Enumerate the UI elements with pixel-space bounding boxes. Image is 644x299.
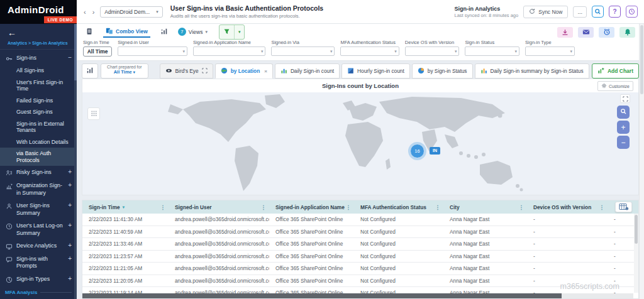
page-scrollbar-thumb[interactable] [640, 25, 643, 94]
sidebar-item-risky-sign-ins[interactable]: Risky Sign-ins+ [0, 166, 77, 179]
table-row[interactable]: 2/22/2023 11:23:57 AMandrea.powell@o365d… [82, 251, 638, 263]
sidebar-item-sign-ins[interactable]: Sign-ins− [0, 52, 77, 65]
expand-toggle-icon[interactable]: + [68, 182, 72, 188]
table-row[interactable]: 2/22/2023 11:41:30 AMandrea.powell@o365d… [82, 214, 638, 226]
map-zoom-in-button[interactable]: + [617, 121, 630, 134]
expand-toggle-icon[interactable]: + [68, 169, 72, 175]
filter-select[interactable]: ▾ [405, 46, 460, 56]
report-selector[interactable]: AdminDroid Dem... ▾ [100, 6, 162, 18]
chart-list-button[interactable] [82, 63, 98, 79]
sidebar-item-via-basic-auth-protocols[interactable]: via Basic Auth Protocols [0, 148, 77, 166]
filter-select[interactable]: ▾ [271, 46, 335, 56]
chart-prepared-selector[interactable]: Chart prepared for All Time ▾ [101, 63, 148, 79]
sidebar-item-organization-sign-in-summary[interactable]: Organization Sign-in Summary+ [0, 179, 77, 199]
add-chart-button[interactable]: Add Chart [592, 63, 639, 79]
sidebar-item-user-s-last-log-on-summary[interactable]: User's Last Log-on Summary+ [0, 219, 77, 239]
expand-toggle-icon[interactable]: + [68, 276, 72, 282]
expand-toggle-icon[interactable]: + [68, 222, 72, 229]
filter-select[interactable]: ▾ [525, 46, 575, 56]
chart-tab-bird-s-eye[interactable]: Bird's Eye [160, 63, 213, 79]
funnel-icon [223, 26, 230, 38]
views-dropdown[interactable]: 7 Views ▾ [178, 28, 208, 36]
sidebar-item-failed-sign-ins[interactable]: Failed Sign-ins [0, 95, 77, 107]
column-header-signed-in-application-name[interactable]: Signed-in Application Name⋮ [269, 200, 354, 214]
expand-toggle-icon[interactable]: + [68, 256, 72, 262]
back-button[interactable]: ← [0, 24, 77, 39]
customize-button[interactable]: Customize [597, 81, 633, 91]
table-horizontal-scrollbar[interactable] [82, 293, 633, 298]
sidebar-item-sign-ins-with-prompts[interactable]: Sign-ins with Prompts+ [0, 253, 77, 273]
world-map[interactable]: 16 IN + − [82, 92, 638, 195]
map-zoom-out-button[interactable]: − [617, 136, 630, 149]
help-button[interactable]: ? [609, 6, 621, 18]
filter-select[interactable]: ▾ [465, 46, 519, 56]
filter-select[interactable]: ▾ [193, 46, 266, 56]
chart-tab-daily-sign-in-summary-by-sign-in-status[interactable]: Daily Sign-in summary by Sign-in Status [475, 63, 589, 79]
expand-toggle-icon[interactable]: + [68, 242, 72, 249]
column-menu-icon[interactable]: ⋮ [261, 204, 267, 210]
sort-descending-icon[interactable]: ▾ [123, 205, 125, 210]
column-menu-icon[interactable]: ⋮ [519, 204, 525, 210]
filter-signed-in-user: Signed-in User▾ [118, 40, 187, 57]
filter-label: Signed-in Via [271, 40, 335, 45]
sidebar-item-user-s-first-sign-in-time[interactable]: User's First Sign-in Time [0, 77, 77, 95]
table-vertical-scrollbar-thumb[interactable] [635, 215, 638, 244]
filter-funnel-icon[interactable] [219, 25, 234, 39]
column-header-device-os-with-version[interactable]: Device OS with Version⋮ [527, 200, 608, 214]
sidebar-item-user-sign-ins-summary[interactable]: User Sign-ins Summary+ [0, 199, 77, 219]
map-cluster-marker[interactable]: 16 [411, 144, 424, 158]
sync-now-button[interactable]: Sync Now [523, 6, 568, 18]
table-row[interactable]: 2/22/2023 11:20:05 AMandrea.powell@o365d… [82, 275, 638, 288]
filter-dropdown-caret[interactable]: ▾ [234, 25, 245, 39]
expand-toggle-icon[interactable]: + [68, 202, 72, 209]
close-icon[interactable]: × [264, 68, 267, 74]
history-button[interactable] [626, 6, 638, 18]
column-header-mfa-authentication-status[interactable]: MFA Authentication Status⋮ [354, 200, 443, 214]
tab-report-view[interactable] [158, 26, 170, 38]
chart-tab-by-location[interactable]: by Location× [215, 63, 273, 79]
sidebar-item-device-analytics[interactable]: Device Analytics+ [0, 239, 77, 253]
table-row[interactable]: 2/22/2023 11:21:05 AMandrea.powell@o365d… [82, 263, 638, 275]
map-zoom-search-button[interactable] [617, 106, 630, 119]
filter-split-button[interactable]: ▾ [219, 24, 245, 40]
tab-table-view[interactable] [83, 26, 96, 38]
expand-toggle-icon[interactable]: − [68, 55, 72, 61]
column-menu-icon[interactable]: ⋮ [346, 204, 352, 210]
search-button[interactable] [592, 6, 604, 18]
filter-select[interactable]: ▾ [118, 46, 187, 56]
schedule-button[interactable] [599, 27, 614, 38]
column-menu-icon[interactable]: ⋮ [435, 204, 441, 210]
chart-tab-hourly-sign-in-count[interactable]: Hourly Sign-in count [341, 63, 410, 79]
map-country-marker[interactable]: IN [430, 147, 440, 155]
column-header-sign-in-time[interactable]: Sign-in Time▾⋮ [82, 200, 169, 214]
chart-tab-by-sign-in-status[interactable]: by Sign-in Status [412, 63, 473, 79]
filter-select[interactable]: ▾ [340, 46, 399, 56]
column-menu-icon[interactable]: ⋮ [160, 204, 166, 210]
nav-back-chevron[interactable]: ‹ [83, 8, 87, 16]
page-scrollbar[interactable] [639, 24, 644, 299]
table-vertical-scrollbar[interactable] [634, 214, 638, 293]
sidebar-item-all-sign-ins[interactable]: All Sign-ins [0, 65, 77, 77]
map-drag-handle[interactable] [87, 107, 100, 120]
column-header-city[interactable]: City⋮ [443, 200, 527, 214]
table-horizontal-scrollbar-thumb[interactable] [82, 293, 562, 298]
map-fullscreen-button[interactable] [620, 94, 630, 103]
table-row[interactable]: 2/22/2023 11:40:59 AMandrea.powell@o365d… [82, 226, 638, 239]
alerts-button[interactable] [619, 27, 635, 38]
more-options-button[interactable]: ... [573, 6, 587, 18]
nav-forward-chevron[interactable]: › [92, 8, 96, 16]
sidebar-item-guest-sign-ins[interactable]: Guest Sign-ins [0, 106, 77, 118]
filter-value-box[interactable]: All Time [83, 46, 112, 57]
table-row[interactable]: 2/22/2023 11:33:46 AMandrea.powell@o365d… [82, 238, 638, 251]
chart-tab-daily-sign-in-count[interactable]: Daily Sign-in count [275, 63, 340, 79]
column-menu-icon[interactable]: ⋮ [599, 204, 605, 210]
tab-combo-view[interactable]: Combo View [103, 26, 150, 38]
sidebar-item-sign-ins-in-external-tenants[interactable]: Sign-ins in External Tenants [0, 118, 77, 136]
pie-icon [418, 67, 425, 75]
column-chooser-button[interactable] [615, 202, 632, 212]
download-button[interactable] [557, 27, 573, 38]
column-header-signed-in-user[interactable]: Signed-in User⋮ [169, 200, 269, 214]
email-button[interactable] [578, 27, 594, 38]
sidebar-item-with-location-details[interactable]: With Location Details [0, 136, 77, 148]
sidebar-item-sign-in-types[interactable]: Sign-in Types+ [0, 273, 77, 286]
